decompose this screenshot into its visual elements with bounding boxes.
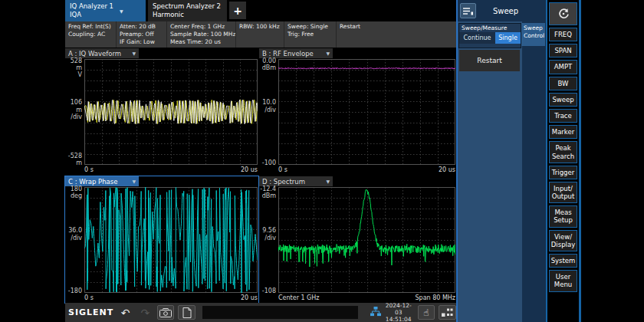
- panel-iq-waveform: A : IQ Waveform ▼ 528 mV 106 m/div -528 …: [65, 48, 258, 175]
- sweep-menu-title: Sweep: [476, 7, 535, 15]
- settings-bar: Freq Ref: Int(S) Coupling: AC Atten: 20 …: [65, 21, 456, 48]
- redo-icon[interactable]: ↷: [137, 306, 153, 320]
- settings-center-freq[interactable]: Center Freq: 1 GHz Sample Rate: 100 MHz …: [167, 21, 236, 48]
- tab-sa-line1: Spectrum Analyzer 2: [153, 2, 221, 11]
- file-icon[interactable]: [178, 305, 196, 320]
- panel-wrap-phase: C : Wrap Phase ▼ 180deg 36.0/div -180 0 …: [65, 176, 258, 303]
- main-area: IQ Analyzer 1 IQA ▼ Spectrum Analyzer 2 …: [65, 0, 456, 322]
- undo-icon[interactable]: ↶: [117, 306, 133, 320]
- chevron-down-icon: ▼: [326, 179, 330, 184]
- grid-dots-icon[interactable]: [439, 305, 456, 320]
- chevron-down-icon: ▼: [326, 51, 330, 56]
- sweep-control-tab[interactable]: Sweep Control: [521, 23, 545, 46]
- spectrum-plot[interactable]: [278, 187, 455, 293]
- continue-button[interactable]: Continue: [459, 32, 495, 44]
- menu-button-trigger[interactable]: Trigger: [549, 166, 577, 179]
- panel-a-x-axis: 0 s20 us: [84, 166, 258, 175]
- chevron-down-icon: ▼: [132, 51, 136, 56]
- menu-button-marker[interactable]: Marker: [549, 125, 577, 139]
- settings-freq-ref[interactable]: Freq Ref: Int(S) Coupling: AC: [65, 21, 117, 48]
- tab-bar: IQ Analyzer 1 IQA ▼ Spectrum Analyzer 2 …: [65, 0, 456, 21]
- network-icon: [370, 305, 381, 320]
- rf-envelope-plot[interactable]: [278, 59, 455, 165]
- restart-button[interactable]: Restart: [459, 50, 520, 71]
- sweep-measure-group: Sweep/Measure Continue Single: [458, 23, 521, 48]
- menu-button-sweep[interactable]: Sweep: [549, 93, 577, 107]
- tab-iq-line1: IQ Analyzer 1: [70, 2, 113, 11]
- reset-rotate-icon[interactable]: [549, 2, 577, 25]
- menu-button-span[interactable]: SPAN: [549, 44, 577, 58]
- tab-spectrum-analyzer[interactable]: Spectrum Analyzer 2 Harmonic: [148, 0, 227, 21]
- sweep-measure-label: Sweep/Measure: [459, 24, 521, 31]
- menu-button-system[interactable]: System: [549, 254, 577, 268]
- settings-rbw[interactable]: RBW: 100 kHz: [236, 21, 284, 48]
- menu-button-bw[interactable]: BW: [549, 77, 577, 90]
- camera-icon[interactable]: [157, 305, 175, 320]
- menu-button-peak-search[interactable]: Peak Search: [549, 141, 577, 163]
- menu-button-view-display[interactable]: View/ Display: [549, 230, 577, 251]
- menu-column: FREQ SPAN AMPT BW Sweep Trace Marker Pea…: [546, 0, 581, 322]
- menu-button-ampt[interactable]: AMPT: [549, 60, 577, 74]
- settings-atten[interactable]: Atten: 20 dB Preamp: Off IF Gain: Low: [117, 21, 167, 48]
- analyzer-screen: IQ Analyzer 1 IQA ▼ Spectrum Analyzer 2 …: [0, 0, 644, 322]
- tab-sa-line2: Harmonic: [153, 11, 221, 19]
- menu-list-icon[interactable]: [460, 3, 476, 18]
- panel-c-x-axis: 0 s20 us: [84, 294, 258, 303]
- settings-sweep[interactable]: Sweep: Single Trig: Free: [284, 21, 337, 48]
- panel-a-y-axis: 528 mV 106 m/div -528 m: [65, 59, 84, 165]
- single-button[interactable]: Single: [495, 32, 521, 44]
- menu-button-trace[interactable]: Trace: [549, 109, 577, 123]
- tab-iq-line2: IQA: [70, 11, 113, 19]
- sweep-menu-panel: Sweep Sweep/Measure Continue Single Rest…: [456, 0, 546, 322]
- chevron-down-icon: ▼: [132, 179, 136, 184]
- settings-restart[interactable]: Restart: [337, 21, 456, 48]
- panel-b-y-axis: 0.00dBm 10.0/div -100: [259, 59, 278, 165]
- bottom-toolbar: SIGLENT ↶ ↷ 2024-12-03 14:51:04 ☝: [65, 303, 456, 322]
- menu-button-meas-setup[interactable]: Meas Setup: [549, 205, 577, 227]
- menu-button-freq[interactable]: FREQ: [549, 28, 577, 41]
- sweep-menu-body: Sweep/Measure Continue Single Restart: [458, 21, 522, 322]
- wrap-phase-plot[interactable]: [84, 187, 258, 293]
- status-display: [202, 306, 358, 319]
- chevron-down-icon: ▼: [120, 8, 123, 14]
- panel-d-x-axis: Center 1 GHzSpan 80 MHz: [278, 294, 455, 303]
- menu-button-input-output[interactable]: Input/ Output: [549, 182, 577, 203]
- add-tab-button[interactable]: +: [229, 2, 246, 19]
- panel-rf-envelope: B : RF Envelope ▼ 0.00dBm 10.0/div -100 …: [259, 48, 456, 175]
- panel-c-y-axis: 180deg 36.0/div -180: [65, 187, 84, 293]
- tab-iq-analyzer[interactable]: IQ Analyzer 1 IQA ▼: [65, 0, 146, 21]
- datetime-display: 2024-12-03 14:51:04: [383, 302, 414, 322]
- panel-d-y-axis: -12.4dBm 9.56/div -108: [259, 187, 278, 293]
- touch-icon[interactable]: ☝: [418, 305, 435, 320]
- panel-spectrum: D : Spectrum ▼ -12.4dBm 9.56/div -108 Ce…: [259, 176, 456, 303]
- panel-b-x-axis: 0 s20 us: [278, 166, 455, 175]
- menu-button-user-menu[interactable]: User Menu: [549, 270, 577, 291]
- siglent-logo: SIGLENT: [68, 307, 113, 317]
- iq-waveform-plot[interactable]: [84, 59, 258, 165]
